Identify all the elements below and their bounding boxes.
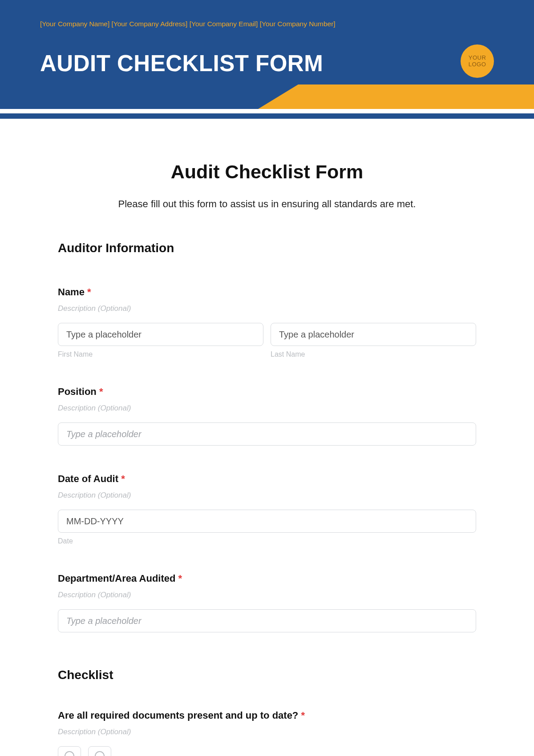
dept-input[interactable] xyxy=(58,609,476,632)
form-title: Audit Checklist Form xyxy=(58,161,476,183)
form-subtitle: Please fill out this form to assist us i… xyxy=(58,198,476,210)
required-indicator: * xyxy=(87,286,91,298)
first-name-input[interactable] xyxy=(58,323,263,346)
radio-icon xyxy=(65,751,74,756)
form-container: Audit Checklist Form Please fill out thi… xyxy=(0,119,534,756)
q1-label-text: Are all required documents present and u… xyxy=(58,710,298,721)
first-name-sublabel: First Name xyxy=(58,350,263,358)
required-indicator: * xyxy=(99,386,103,397)
position-label: Position * xyxy=(58,386,476,398)
date-sublabel: Date xyxy=(58,537,476,545)
section-checklist: Checklist xyxy=(58,668,476,682)
required-indicator: * xyxy=(178,573,182,584)
name-description: Description (Optional) xyxy=(58,304,476,313)
required-indicator: * xyxy=(301,710,305,721)
company-info-line: [Your Company Name] [Your Company Addres… xyxy=(40,20,494,28)
decorative-stripe xyxy=(0,113,534,119)
logo-placeholder: YOUR LOGO xyxy=(461,44,494,78)
field-date: Date of Audit * Description (Optional) D… xyxy=(58,473,476,545)
last-name-input[interactable] xyxy=(271,323,476,346)
dept-description: Description (Optional) xyxy=(58,591,476,599)
header-banner: [Your Company Name] [Your Company Addres… xyxy=(0,0,534,109)
date-label: Date of Audit * xyxy=(58,473,476,485)
dept-label-text: Department/Area Audited xyxy=(58,573,175,584)
logo-text: YOUR LOGO xyxy=(461,55,494,68)
last-name-sublabel: Last Name xyxy=(271,350,476,358)
field-name: Name * Description (Optional) First Name… xyxy=(58,286,476,358)
section-auditor-info: Auditor Information xyxy=(58,241,476,255)
position-label-text: Position xyxy=(58,386,97,397)
date-input[interactable] xyxy=(58,510,476,533)
header-title: AUDIT CHECKLIST FORM xyxy=(40,50,494,76)
name-label: Name * xyxy=(58,286,476,298)
field-q1: Are all required documents present and u… xyxy=(58,710,476,756)
q1-option-1[interactable] xyxy=(58,746,81,756)
q1-description: Description (Optional) xyxy=(58,728,476,736)
field-position: Position * Description (Optional) xyxy=(58,386,476,446)
radio-icon xyxy=(95,751,105,756)
position-input[interactable] xyxy=(58,422,476,446)
q1-label: Are all required documents present and u… xyxy=(58,710,476,721)
position-description: Description (Optional) xyxy=(58,404,476,413)
field-department: Department/Area Audited * Description (O… xyxy=(58,573,476,632)
required-indicator: * xyxy=(121,473,125,484)
dept-label: Department/Area Audited * xyxy=(58,573,476,584)
decorative-wedge xyxy=(258,84,534,109)
date-label-text: Date of Audit xyxy=(58,473,118,484)
date-description: Description (Optional) xyxy=(58,491,476,500)
q1-option-2[interactable] xyxy=(88,746,111,756)
name-label-text: Name xyxy=(58,286,85,298)
